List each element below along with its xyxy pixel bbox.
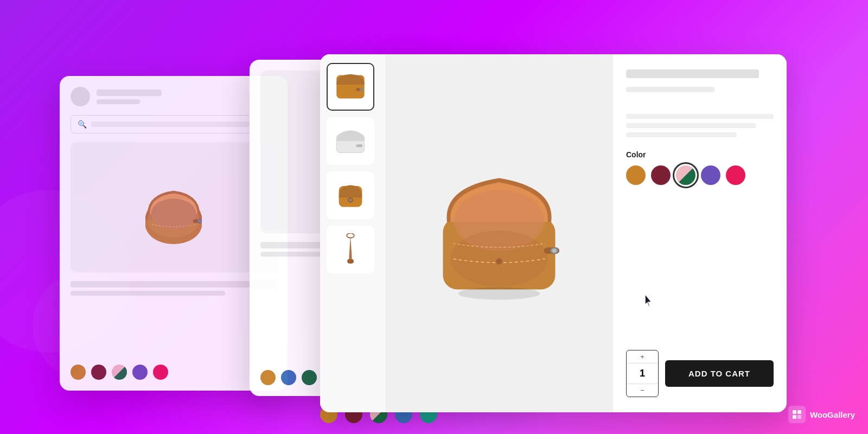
add-to-cart-section: + 1 − ADD TO CART — [626, 350, 774, 397]
qty-display: 1 — [627, 363, 658, 384]
quantity-control: + 1 − — [626, 350, 659, 397]
airpods-case-svg-1 — [130, 164, 217, 251]
qty-plus-btn[interactable]: + — [627, 350, 658, 363]
add-to-cart-button[interactable]: ADD TO CART — [665, 360, 774, 387]
search-placeholder — [91, 122, 270, 127]
woogallery-icon — [788, 406, 806, 423]
card1-product-image — [71, 142, 277, 272]
color-section: Color — [626, 150, 774, 185]
thumb-svg-4 — [331, 233, 369, 266]
swatch-split-selected[interactable] — [676, 165, 695, 185]
color-label: Color — [626, 150, 774, 159]
qty-minus-btn[interactable]: − — [627, 384, 658, 397]
card1-header — [71, 87, 277, 106]
main-product-svg — [412, 155, 586, 312]
swatch-hotpink[interactable] — [726, 165, 745, 185]
swatch-tan[interactable] — [626, 165, 646, 185]
scene-container: 🔍 — [60, 33, 808, 401]
svg-point-27 — [458, 288, 540, 300]
color-swatches-row — [626, 165, 774, 185]
spacer — [626, 101, 774, 105]
color2-blue[interactable] — [281, 370, 296, 385]
thumbnails-panel — [320, 54, 385, 412]
thumb-svg-3 — [331, 179, 369, 212]
swatch-purple[interactable] — [701, 165, 720, 185]
skeleton-name — [97, 90, 162, 96]
skeleton-title-1 — [626, 69, 759, 78]
svg-rect-29 — [797, 410, 801, 414]
thumbnail-1[interactable] — [327, 63, 374, 111]
color-swatch-hotpink-1[interactable] — [153, 365, 168, 380]
product-details-panel: Color — [613, 54, 787, 412]
svg-point-25 — [552, 248, 557, 253]
svg-rect-31 — [797, 415, 801, 419]
skeleton-desc-2 — [626, 123, 756, 128]
color2-darkgreen[interactable] — [302, 370, 317, 385]
skeleton-desc-3 — [626, 132, 737, 137]
thumb-svg-1 — [331, 71, 369, 103]
color-swatch-split-1[interactable] — [112, 365, 127, 380]
search-bar[interactable]: 🔍 — [71, 115, 277, 133]
skeleton-desc-1 — [626, 114, 774, 119]
main-product-card: Color — [320, 54, 787, 412]
woogallery-brand: WooGallery — [788, 406, 855, 423]
svg-point-17 — [349, 199, 352, 201]
svg-point-3 — [151, 199, 196, 229]
svg-point-5 — [197, 219, 202, 224]
skeleton-text-2 — [71, 291, 225, 296]
skeleton-subtitle — [97, 99, 140, 104]
color-swatch-purple-1[interactable] — [132, 365, 148, 380]
brand-name: WooGallery — [810, 410, 855, 419]
card1-color-swatches — [71, 358, 277, 380]
skeleton-text-1 — [71, 281, 277, 288]
thumbnail-2[interactable] — [327, 117, 374, 165]
svg-rect-28 — [793, 410, 796, 414]
swatch-darkred[interactable] — [651, 165, 671, 185]
thumb-svg-2 — [331, 125, 369, 157]
avatar — [71, 87, 90, 106]
svg-rect-18 — [347, 259, 354, 264]
main-product-image-panel — [385, 54, 613, 412]
thumbnail-3[interactable] — [327, 171, 374, 219]
svg-point-26 — [496, 258, 502, 264]
thumbnail-4[interactable] — [327, 226, 374, 273]
svg-rect-30 — [793, 415, 796, 419]
detail-spacer — [626, 194, 774, 341]
color-swatch-darkred-1[interactable] — [91, 365, 106, 380]
search-icon: 🔍 — [78, 120, 87, 129]
color2-tan[interactable] — [260, 370, 276, 385]
skeleton-title-2 — [626, 87, 714, 92]
color-swatch-tan-1[interactable] — [71, 365, 86, 380]
svg-point-12 — [360, 88, 362, 91]
svg-rect-14 — [356, 144, 362, 147]
